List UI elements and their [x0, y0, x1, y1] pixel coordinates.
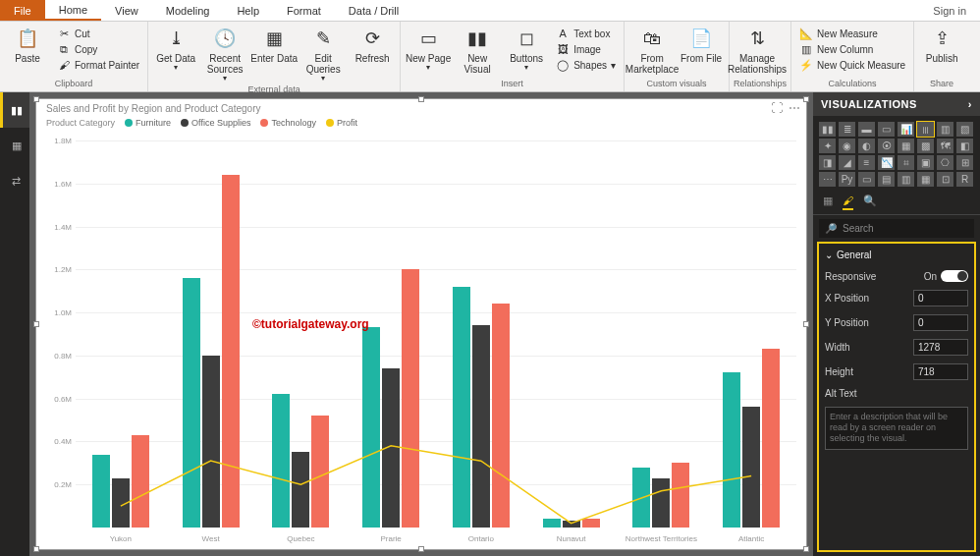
resize-handle[interactable] [418, 546, 424, 552]
viz-type-button[interactable]: ▮▮ [819, 122, 836, 137]
width-input[interactable] [913, 339, 968, 356]
viz-type-button[interactable]: ▥ [898, 172, 914, 187]
viz-type-button[interactable]: ▣ [917, 155, 934, 170]
bar[interactable] [742, 407, 760, 528]
manage-relationships-button[interactable]: ⇅Manage Relationships [734, 24, 781, 75]
more-options-icon[interactable]: ⋯ [789, 101, 800, 115]
format-search[interactable]: 🔎 Search [819, 219, 974, 238]
resize-handle[interactable] [418, 96, 424, 102]
bar[interactable] [723, 372, 740, 528]
viz-type-button[interactable]: ▧ [956, 122, 973, 137]
viz-type-button[interactable]: ≣ [839, 122, 855, 137]
viz-type-button[interactable]: R [956, 172, 973, 187]
bar[interactable] [272, 394, 290, 528]
from-file-button[interactable]: 📄From File [678, 24, 725, 64]
signin-link[interactable]: Sign in [919, 0, 980, 21]
bar[interactable] [132, 435, 149, 528]
format-painter-button[interactable]: 🖌Format Painter [53, 57, 143, 73]
bar[interactable] [543, 519, 561, 528]
from-marketplace-button[interactable]: 🛍From Marketplace [628, 24, 676, 75]
bar[interactable] [311, 416, 329, 528]
recent-sources-button[interactable]: 🕓Recent Sources▾ [201, 24, 248, 83]
bar[interactable] [652, 478, 670, 528]
enter-data-button[interactable]: ▦Enter Data [250, 24, 298, 64]
datadrill-tab[interactable]: Data / Drill [335, 0, 412, 21]
viz-panel-header[interactable]: VISUALIZATIONS› [813, 92, 980, 116]
bar[interactable] [453, 287, 470, 528]
viz-type-button[interactable]: ▦ [898, 139, 914, 153]
viz-type-button[interactable]: 📊 [898, 122, 914, 137]
bar[interactable] [382, 368, 400, 528]
viz-type-button[interactable]: ▥ [937, 122, 953, 137]
bar[interactable] [492, 304, 510, 528]
alttext-input[interactable]: Enter a description that will be read by… [825, 407, 968, 450]
viz-type-button[interactable]: ▭ [878, 122, 895, 137]
viz-type-button[interactable]: ⌗ [898, 155, 914, 170]
viz-type-button[interactable]: ◨ [819, 155, 836, 170]
bar[interactable] [672, 463, 689, 528]
format-tab[interactable]: Format [273, 0, 335, 21]
copy-button[interactable]: ⧉Copy [53, 41, 143, 57]
viz-type-button[interactable]: 🗺 [937, 139, 953, 153]
get-data-button[interactable]: ⤓Get Data▾ [152, 24, 199, 73]
bar[interactable] [222, 175, 240, 528]
model-view-button[interactable]: ⇄ [0, 163, 29, 198]
analytics-tab[interactable]: 🔍 [863, 195, 877, 210]
refresh-button[interactable]: ⟳Refresh [349, 24, 396, 64]
viz-type-button[interactable]: ⊡ [937, 172, 953, 187]
viz-type-button[interactable]: ▭ [858, 172, 875, 187]
viz-type-button[interactable]: ◢ [839, 155, 855, 170]
focus-mode-icon[interactable]: ⛶ [771, 101, 783, 115]
textbox-button[interactable]: AText box [552, 26, 620, 41]
viz-type-button[interactable]: ▦ [917, 172, 934, 187]
viz-type-button[interactable]: ⊞ [956, 155, 973, 170]
bar[interactable] [582, 519, 600, 528]
image-button[interactable]: 🖼Image [552, 41, 620, 57]
resize-handle[interactable] [33, 321, 39, 327]
bar[interactable] [183, 278, 200, 528]
help-tab[interactable]: Help [223, 0, 273, 21]
responsive-toggle[interactable] [941, 270, 968, 282]
buttons-button[interactable]: ◻Buttons▾ [503, 24, 550, 73]
new-column-button[interactable]: ▥New Column [795, 41, 909, 57]
fields-tab[interactable]: ▦ [823, 195, 833, 210]
bar[interactable] [112, 478, 130, 528]
bar[interactable] [402, 269, 419, 528]
resize-handle[interactable] [803, 321, 809, 327]
viz-type-button[interactable]: 📉 [878, 155, 895, 170]
resize-handle[interactable] [33, 96, 39, 102]
home-tab[interactable]: Home [45, 0, 101, 21]
data-view-button[interactable]: ▦ [0, 128, 29, 163]
viz-type-button[interactable]: ◧ [956, 139, 973, 153]
new-visual-button[interactable]: ▮▮New Visual [454, 24, 501, 75]
modeling-tab[interactable]: Modeling [152, 0, 224, 21]
view-tab[interactable]: View [101, 0, 152, 21]
shapes-button[interactable]: ◯Shapes ▾ [552, 57, 620, 73]
new-quick-measure-button[interactable]: ⚡New Quick Measure [795, 57, 909, 73]
publish-button[interactable]: ⇪Publish [918, 24, 965, 64]
format-tab-button[interactable]: 🖌 [843, 195, 853, 210]
bar[interactable] [292, 452, 309, 528]
new-measure-button[interactable]: 📐New Measure [795, 26, 909, 41]
viz-type-button[interactable]: ▤ [878, 172, 895, 187]
chart-visual[interactable]: Sales and Profit by Region and Product C… [35, 98, 807, 550]
resize-handle[interactable] [33, 546, 39, 552]
paste-button[interactable]: 📋Paste [4, 24, 51, 64]
viz-type-button[interactable]: ⦿ [878, 139, 895, 153]
file-menu[interactable]: File [0, 0, 45, 21]
resize-handle[interactable] [803, 96, 809, 102]
viz-type-button[interactable]: ⫼ [917, 122, 934, 137]
bar[interactable] [202, 356, 220, 528]
viz-type-button[interactable]: ≡ [858, 155, 875, 170]
viz-type-button[interactable]: Py [839, 172, 855, 187]
viz-type-button[interactable]: ✦ [819, 139, 836, 153]
viz-type-button[interactable]: ▩ [917, 139, 934, 153]
bar[interactable] [563, 521, 580, 528]
bar[interactable] [472, 325, 490, 528]
resize-handle[interactable] [803, 546, 809, 552]
bar[interactable] [762, 349, 780, 528]
report-view-button[interactable]: ▮▮ [0, 92, 29, 128]
xpos-input[interactable] [913, 290, 968, 306]
viz-type-button[interactable]: ◉ [839, 139, 855, 153]
ypos-input[interactable] [913, 314, 968, 331]
